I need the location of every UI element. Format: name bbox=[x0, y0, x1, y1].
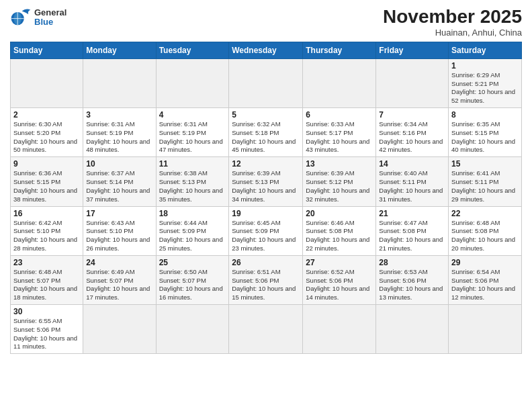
location: Huainan, Anhui, China bbox=[383, 28, 522, 38]
logo-blue: Blue bbox=[34, 17, 66, 27]
calendar-cell: 29Sunrise: 6:54 AMSunset: 5:06 PMDayligh… bbox=[449, 255, 522, 304]
weekday-header-friday: Friday bbox=[376, 42, 449, 58]
calendar-cell: 13Sunrise: 6:39 AMSunset: 5:12 PMDayligh… bbox=[303, 157, 376, 206]
calendar-cell bbox=[229, 58, 303, 107]
day-info: Sunrise: 6:45 AMSunset: 5:09 PMDaylight:… bbox=[232, 219, 300, 253]
calendar-cell: 19Sunrise: 6:45 AMSunset: 5:09 PMDayligh… bbox=[229, 206, 303, 255]
day-info: Sunrise: 6:34 AMSunset: 5:16 PMDaylight:… bbox=[379, 120, 445, 154]
day-number: 25 bbox=[159, 258, 226, 267]
day-info: Sunrise: 6:53 AMSunset: 5:06 PMDaylight:… bbox=[379, 268, 445, 302]
calendar-cell bbox=[83, 58, 156, 107]
day-info: Sunrise: 6:37 AMSunset: 5:14 PMDaylight:… bbox=[86, 169, 152, 203]
day-number: 13 bbox=[306, 159, 373, 169]
day-number: 5 bbox=[232, 110, 300, 120]
day-number: 7 bbox=[379, 110, 445, 120]
calendar-cell: 17Sunrise: 6:43 AMSunset: 5:10 PMDayligh… bbox=[83, 206, 156, 255]
day-number: 14 bbox=[379, 159, 445, 169]
day-number: 26 bbox=[232, 258, 300, 267]
day-number: 28 bbox=[379, 258, 445, 267]
weekday-header-sunday: Sunday bbox=[11, 42, 83, 58]
calendar-cell bbox=[229, 305, 303, 354]
logo-general: General bbox=[34, 8, 66, 17]
day-info: Sunrise: 6:40 AMSunset: 5:11 PMDaylight:… bbox=[379, 169, 445, 203]
calendar-cell: 14Sunrise: 6:40 AMSunset: 5:11 PMDayligh… bbox=[376, 157, 449, 206]
week-row-5: 23Sunrise: 6:48 AMSunset: 5:07 PMDayligh… bbox=[11, 255, 522, 304]
logo-text: General Blue bbox=[34, 8, 66, 28]
month-title: November 2025 bbox=[383, 7, 522, 28]
week-row-3: 9Sunrise: 6:36 AMSunset: 5:15 PMDaylight… bbox=[11, 157, 522, 206]
day-number: 21 bbox=[379, 209, 445, 218]
day-number: 22 bbox=[451, 209, 519, 218]
day-info: Sunrise: 6:50 AMSunset: 5:07 PMDaylight:… bbox=[159, 268, 226, 302]
calendar-cell bbox=[376, 305, 449, 354]
calendar-cell: 27Sunrise: 6:52 AMSunset: 5:06 PMDayligh… bbox=[303, 255, 376, 304]
calendar-cell bbox=[376, 58, 449, 107]
calendar-cell: 1Sunrise: 6:29 AMSunset: 5:21 PMDaylight… bbox=[449, 58, 522, 107]
page: General Blue November 2025 Huainan, Anhu… bbox=[0, 0, 532, 411]
day-info: Sunrise: 6:54 AMSunset: 5:06 PMDaylight:… bbox=[451, 268, 519, 302]
calendar-cell: 10Sunrise: 6:37 AMSunset: 5:14 PMDayligh… bbox=[83, 157, 156, 206]
generalblue-logo-icon bbox=[10, 7, 32, 28]
day-info: Sunrise: 6:48 AMSunset: 5:08 PMDaylight:… bbox=[451, 219, 519, 253]
calendar-cell: 6Sunrise: 6:33 AMSunset: 5:17 PMDaylight… bbox=[303, 108, 376, 157]
calendar-cell bbox=[156, 58, 229, 107]
day-info: Sunrise: 6:48 AMSunset: 5:07 PMDaylight:… bbox=[13, 268, 80, 302]
calendar-cell bbox=[156, 305, 229, 354]
week-row-1: 1Sunrise: 6:29 AMSunset: 5:21 PMDaylight… bbox=[11, 58, 522, 107]
day-number: 15 bbox=[451, 159, 519, 169]
day-number: 27 bbox=[306, 258, 373, 267]
day-info: Sunrise: 6:39 AMSunset: 5:13 PMDaylight:… bbox=[232, 169, 300, 203]
day-info: Sunrise: 6:39 AMSunset: 5:12 PMDaylight:… bbox=[306, 169, 373, 203]
weekday-header-saturday: Saturday bbox=[449, 42, 522, 58]
calendar: SundayMondayTuesdayWednesdayThursdayFrid… bbox=[10, 42, 522, 355]
day-number: 17 bbox=[86, 209, 152, 218]
calendar-cell bbox=[303, 305, 376, 354]
calendar-cell: 11Sunrise: 6:38 AMSunset: 5:13 PMDayligh… bbox=[156, 157, 229, 206]
logo: General Blue bbox=[10, 7, 66, 28]
day-info: Sunrise: 6:31 AMSunset: 5:19 PMDaylight:… bbox=[159, 120, 226, 154]
day-number: 6 bbox=[306, 110, 373, 120]
day-number: 9 bbox=[13, 159, 80, 169]
calendar-cell: 21Sunrise: 6:47 AMSunset: 5:08 PMDayligh… bbox=[376, 206, 449, 255]
day-info: Sunrise: 6:55 AMSunset: 5:06 PMDaylight:… bbox=[13, 317, 80, 351]
day-info: Sunrise: 6:46 AMSunset: 5:08 PMDaylight:… bbox=[306, 219, 373, 253]
day-info: Sunrise: 6:44 AMSunset: 5:09 PMDaylight:… bbox=[159, 219, 226, 253]
calendar-cell bbox=[11, 58, 83, 107]
day-number: 1 bbox=[451, 61, 519, 71]
calendar-cell: 9Sunrise: 6:36 AMSunset: 5:15 PMDaylight… bbox=[11, 157, 83, 206]
calendar-cell bbox=[303, 58, 376, 107]
day-info: Sunrise: 6:49 AMSunset: 5:07 PMDaylight:… bbox=[86, 268, 152, 302]
calendar-cell bbox=[83, 305, 156, 354]
calendar-cell: 30Sunrise: 6:55 AMSunset: 5:06 PMDayligh… bbox=[11, 305, 83, 354]
day-info: Sunrise: 6:36 AMSunset: 5:15 PMDaylight:… bbox=[13, 169, 80, 203]
day-info: Sunrise: 6:29 AMSunset: 5:21 PMDaylight:… bbox=[451, 71, 519, 105]
calendar-cell: 28Sunrise: 6:53 AMSunset: 5:06 PMDayligh… bbox=[376, 255, 449, 304]
weekday-header-tuesday: Tuesday bbox=[156, 42, 229, 58]
day-info: Sunrise: 6:30 AMSunset: 5:20 PMDaylight:… bbox=[13, 120, 80, 154]
weekday-header-monday: Monday bbox=[83, 42, 156, 58]
day-info: Sunrise: 6:38 AMSunset: 5:13 PMDaylight:… bbox=[159, 169, 226, 203]
day-number: 2 bbox=[13, 110, 80, 120]
calendar-cell: 22Sunrise: 6:48 AMSunset: 5:08 PMDayligh… bbox=[449, 206, 522, 255]
day-number: 12 bbox=[232, 159, 300, 169]
calendar-cell: 18Sunrise: 6:44 AMSunset: 5:09 PMDayligh… bbox=[156, 206, 229, 255]
day-number: 19 bbox=[232, 209, 300, 218]
header: General Blue November 2025 Huainan, Anhu… bbox=[10, 7, 522, 38]
day-info: Sunrise: 6:41 AMSunset: 5:11 PMDaylight:… bbox=[451, 169, 519, 203]
title-block: November 2025 Huainan, Anhui, China bbox=[383, 7, 522, 38]
calendar-cell: 15Sunrise: 6:41 AMSunset: 5:11 PMDayligh… bbox=[449, 157, 522, 206]
calendar-cell: 23Sunrise: 6:48 AMSunset: 5:07 PMDayligh… bbox=[11, 255, 83, 304]
day-info: Sunrise: 6:42 AMSunset: 5:10 PMDaylight:… bbox=[13, 219, 80, 253]
week-row-6: 30Sunrise: 6:55 AMSunset: 5:06 PMDayligh… bbox=[11, 305, 522, 354]
day-info: Sunrise: 6:35 AMSunset: 5:15 PMDaylight:… bbox=[451, 120, 519, 154]
calendar-cell: 8Sunrise: 6:35 AMSunset: 5:15 PMDaylight… bbox=[449, 108, 522, 157]
day-number: 29 bbox=[451, 258, 519, 267]
day-number: 18 bbox=[159, 209, 226, 218]
day-info: Sunrise: 6:31 AMSunset: 5:19 PMDaylight:… bbox=[86, 120, 152, 154]
week-row-4: 16Sunrise: 6:42 AMSunset: 5:10 PMDayligh… bbox=[11, 206, 522, 255]
day-info: Sunrise: 6:32 AMSunset: 5:18 PMDaylight:… bbox=[232, 120, 300, 154]
calendar-cell bbox=[449, 305, 522, 354]
day-info: Sunrise: 6:51 AMSunset: 5:06 PMDaylight:… bbox=[232, 268, 300, 302]
day-info: Sunrise: 6:52 AMSunset: 5:06 PMDaylight:… bbox=[306, 268, 373, 302]
calendar-cell: 7Sunrise: 6:34 AMSunset: 5:16 PMDaylight… bbox=[376, 108, 449, 157]
